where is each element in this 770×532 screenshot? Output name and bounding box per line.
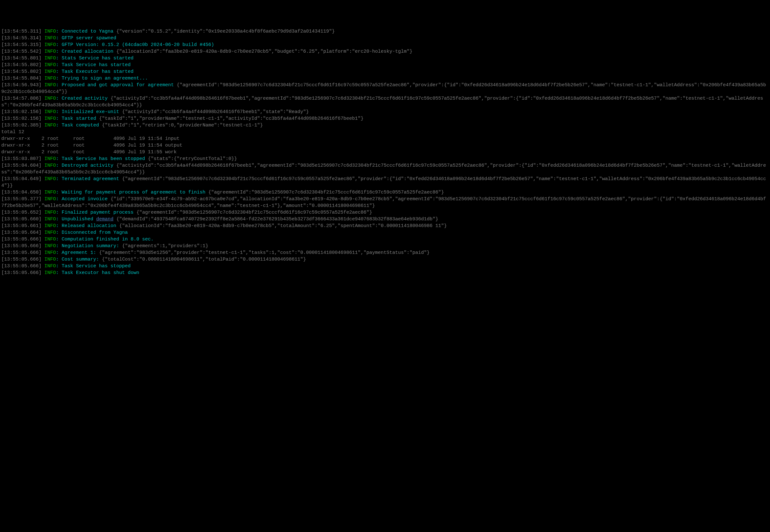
log-json-payload: {"demandId":"4937548fca6740729e2392ff8e2… <box>116 217 438 222</box>
log-message: Proposed and got approval for agreement <box>62 82 174 88</box>
separator-colon: : <box>56 35 62 41</box>
log-json-payload: {"allocationId":"faa3be20-e819-420a-8db9… <box>116 49 412 54</box>
log-line: [13:55:05.666] INFO: Cost summary: {"tot… <box>1 256 769 263</box>
separator-colon: : <box>56 196 62 202</box>
log-line: [13:55:03.807] INFO: Task Service has be… <box>1 156 769 162</box>
log-message: GFTP server spawned <box>62 35 116 41</box>
timestamp: [13:55:05.666] <box>1 270 42 276</box>
log-message: Accepted invoice <box>62 196 108 202</box>
log-json-payload: {"id":"339570e9-e34f-4c79-ab92-ac67bca0e… <box>1 196 766 209</box>
raw-output: total 12 <box>1 129 24 135</box>
log-line: total 12 <box>1 129 769 135</box>
log-level: INFO <box>44 223 56 229</box>
timestamp: [13:55:05.652] <box>1 210 42 215</box>
log-json-payload: {"totalCost":"0.000011418004698611","tot… <box>102 257 306 262</box>
separator-colon: : <box>56 56 62 61</box>
log-line: drwxr-xr-x 2 root root 4096 Jul 19 11:54… <box>1 142 769 149</box>
log-level: INFO <box>44 109 56 115</box>
log-level: INFO <box>44 176 56 182</box>
separator-colon: : <box>56 237 62 242</box>
log-line: [13:54:55.314] INFO: GFTP server spawned <box>1 35 769 42</box>
separator-colon: : <box>56 257 62 262</box>
raw-output: drwxr-xr-x 2 root root 4096 Jul 19 11:55… <box>1 149 177 155</box>
log-level: INFO <box>44 42 56 48</box>
timestamp: [13:55:05.660] <box>1 217 42 222</box>
log-level: INFO <box>44 123 56 128</box>
log-line: [13:55:05.666] INFO: Computation finishe… <box>1 236 769 243</box>
separator-colon: : <box>56 109 62 115</box>
log-link[interactable]: demand <box>96 217 113 222</box>
log-line: [13:54:55.315] INFO: GFTP Version: 0.15.… <box>1 42 769 48</box>
log-json-payload: {"activityId":"cc3b5fa4a4f44d098b264616f… <box>122 109 309 115</box>
log-level: INFO <box>44 270 56 276</box>
log-message: Connected to Yagna <box>62 29 113 34</box>
log-json-payload: {"taskId":"1","retries":0,"providerName"… <box>102 123 263 128</box>
log-line: [13:54:55.802] INFO: Task Executor has s… <box>1 68 769 75</box>
log-message: Disconnected from Yagna <box>62 230 128 235</box>
log-line: [13:55:05.664] INFO: Disconnected from Y… <box>1 229 769 236</box>
timestamp: [13:55:05.666] <box>1 250 42 255</box>
separator-colon: : <box>56 29 62 34</box>
log-message: Unpublished <box>62 217 93 222</box>
separator-colon: : <box>56 230 62 235</box>
log-line: [13:54:57.806] INFO: Created activity {"… <box>1 95 769 109</box>
log-level: INFO <box>44 210 56 215</box>
separator-colon: : <box>56 96 62 101</box>
log-message: Cost summary: <box>62 257 99 262</box>
log-line: [13:54:56.943] INFO: Proposed and got ap… <box>1 82 769 95</box>
log-line: drwxr-xr-x 2 root root 4096 Jul 19 11:54… <box>1 135 769 142</box>
log-message: Task Service has stopped <box>62 263 131 269</box>
timestamp: [13:54:55.311] <box>1 29 42 34</box>
timestamp: [13:55:02.156] <box>1 116 42 121</box>
log-line: [13:55:04.650] INFO: Waiting for payment… <box>1 189 769 196</box>
log-json-payload: {"version":"0.15.2","identity":"0x19ee20… <box>116 29 335 34</box>
log-level: INFO <box>44 263 56 269</box>
log-json-payload: {"activityId":"cc3b5fa4a4f44d098b264616f… <box>1 96 763 108</box>
log-message: Created activity <box>62 96 108 101</box>
log-message: Created allocation <box>62 49 113 54</box>
log-level: INFO <box>44 237 56 242</box>
log-level: INFO <box>44 62 56 68</box>
log-line: [13:54:55.311] INFO: Connected to Yagna … <box>1 28 769 35</box>
timestamp: [13:55:05.661] <box>1 223 42 229</box>
log-message: Initialized exe-unit <box>62 109 119 115</box>
timestamp: [13:55:02.156] <box>1 109 42 115</box>
log-json-payload: {"agreementId":"983d5e1256907c7c6d32304b… <box>208 190 444 195</box>
log-json-payload: {"stats":{"retryCountTotal":0}} <box>148 156 237 162</box>
log-level: INFO <box>44 116 56 121</box>
log-level: INFO <box>44 156 56 162</box>
log-level: INFO <box>44 56 56 61</box>
log-message: GFTP Version: 0.15.2 (64cdac0b 2024-06-2… <box>62 42 214 48</box>
separator-colon: : <box>56 223 62 229</box>
separator-colon: : <box>56 76 62 81</box>
timestamp: [13:54:55.802] <box>1 69 42 74</box>
separator-colon: : <box>56 163 62 168</box>
timestamp: [13:54:55.542] <box>1 49 42 54</box>
log-level: INFO <box>44 257 56 262</box>
log-line: [13:55:05.652] INFO: Finalized payment p… <box>1 209 769 216</box>
log-line: [13:55:05.666] INFO: Task Executor has s… <box>1 270 769 276</box>
log-line: [13:55:04.649] INFO: Terminated agreemen… <box>1 176 769 189</box>
separator-colon: : <box>56 42 62 48</box>
log-line: [13:54:55.804] INFO: Trying to sign an a… <box>1 75 769 82</box>
separator-colon: : <box>56 250 62 255</box>
log-level: INFO <box>44 76 56 81</box>
separator-colon: : <box>56 69 62 74</box>
log-level: INFO <box>44 243 56 249</box>
log-line: [13:55:05.666] INFO: Task Service has st… <box>1 263 769 270</box>
timestamp: [13:54:55.801] <box>1 56 42 61</box>
log-line: [13:55:05.660] INFO: Unpublished demand … <box>1 216 769 223</box>
timestamp: [13:54:57.806] <box>1 96 42 101</box>
log-message: Terminated agreement <box>62 176 119 182</box>
log-level: INFO <box>44 196 56 202</box>
separator-colon: : <box>56 156 62 162</box>
timestamp: [13:55:04.649] <box>1 176 42 182</box>
log-line: drwxr-xr-x 2 root root 4096 Jul 19 11:55… <box>1 149 769 156</box>
log-level: INFO <box>44 217 56 222</box>
separator-colon: : <box>56 176 62 182</box>
log-line: [13:55:05.666] INFO: Negotiation summary… <box>1 243 769 249</box>
timestamp: [13:54:55.804] <box>1 76 42 81</box>
separator-colon: : <box>56 49 62 54</box>
timestamp: [13:54:55.314] <box>1 35 42 41</box>
separator-colon: : <box>56 190 62 195</box>
